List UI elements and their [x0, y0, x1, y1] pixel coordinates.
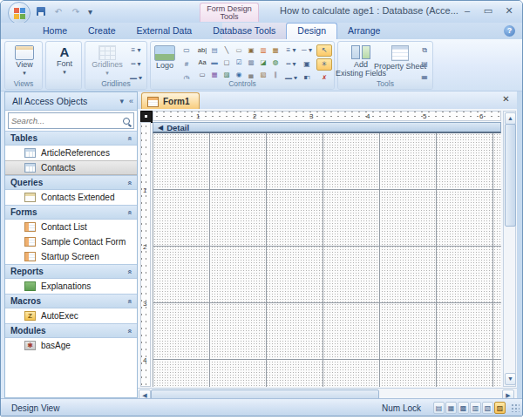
macro-icon: Z: [24, 311, 36, 321]
collapse-chevron-icon[interactable]: «: [125, 329, 133, 333]
shape-outline-icon[interactable]: ─ ▾: [299, 44, 315, 57]
gridline-style-icon[interactable]: ┅ ▾: [128, 58, 144, 71]
office-button[interactable]: [8, 2, 31, 24]
tab-control-icon[interactable]: ▣: [245, 44, 257, 57]
maximize-button[interactable]: ▭: [482, 5, 494, 17]
nav-item-autoexec[interactable]: ZAutoExec: [5, 308, 137, 323]
nav-item-articlereferences[interactable]: ArticleReferences: [5, 146, 137, 160]
navigation-sections: Tables«ArticleReferencesContactsQueries«…: [5, 131, 137, 353]
tab-external-data[interactable]: External Data: [126, 23, 203, 39]
collapse-chevron-icon[interactable]: «: [125, 136, 133, 140]
line-icon[interactable]: ╲: [221, 44, 233, 57]
vertical-scrollbar-thumb[interactable]: [505, 124, 516, 227]
chevron-down-icon: ▾: [105, 70, 109, 76]
insert-chart-icon[interactable]: ▥: [257, 44, 269, 57]
vertical-ruler[interactable]: 1234: [140, 122, 151, 387]
convert-macros-icon[interactable]: ▤: [417, 58, 432, 71]
hyperlink-icon[interactable]: ◍: [269, 57, 282, 69]
qat-customize-button[interactable]: ▾: [86, 4, 94, 18]
gridline-thickness-icon[interactable]: ≡ ▾: [128, 44, 144, 57]
property-sheet-button[interactable]: Property Sheet: [384, 44, 417, 80]
tab-form1[interactable]: Form1: [141, 92, 200, 110]
font-button[interactable]: A Font ▾: [50, 44, 79, 80]
insert-image-icon[interactable]: ◪: [257, 57, 269, 69]
form-selector-button[interactable]: [140, 111, 153, 123]
detail-section-bar[interactable]: ◀ Detail: [153, 122, 501, 133]
gridlines-button[interactable]: Gridlines ▾: [88, 44, 126, 80]
search-icon[interactable]: [123, 118, 130, 125]
scroll-up-icon[interactable]: ▲: [505, 112, 516, 125]
combo-box-icon[interactable]: ▤: [208, 44, 221, 57]
pivottable-view-button[interactable]: ▩: [458, 402, 469, 414]
tab-create[interactable]: Create: [78, 23, 126, 39]
text-box-icon[interactable]: ab|: [196, 44, 208, 57]
datasheet-view-button[interactable]: ▦: [445, 402, 457, 414]
anchor-icon[interactable]: ▣: [299, 58, 315, 71]
navigation-pane-header[interactable]: All Access Objects ▾ «: [5, 92, 137, 111]
vertical-scrollbar[interactable]: ▲ ▼: [503, 111, 516, 387]
nav-section-header-tables[interactable]: Tables«: [5, 131, 137, 146]
label-icon[interactable]: Aa: [196, 57, 208, 69]
close-button[interactable]: ✕: [503, 5, 515, 17]
collapse-chevron-icon[interactable]: «: [125, 180, 133, 185]
help-button[interactable]: ?: [504, 25, 515, 37]
line-thickness-icon[interactable]: ≡ ▾: [283, 44, 299, 57]
collapse-chevron-icon[interactable]: «: [125, 210, 133, 214]
table-icon: [24, 163, 36, 173]
nav-item-startup-screen[interactable]: Startup Screen: [5, 249, 137, 264]
application-window: ↶ ↷ ▾ Form Design Tools How to calculate…: [0, 0, 523, 417]
nav-item-contacts[interactable]: Contacts: [5, 160, 137, 175]
tab-design[interactable]: Design: [286, 23, 337, 40]
nav-item-contacts-extended[interactable]: Contacts Extended: [5, 190, 137, 205]
list-box-icon[interactable]: ▬: [208, 57, 221, 69]
font-group-label: [46, 79, 81, 89]
select-pointer-icon[interactable]: ↖: [316, 44, 332, 57]
title-icon[interactable]: ▭: [179, 44, 194, 57]
nav-section-header-modules[interactable]: Modules«: [5, 323, 137, 338]
nav-item-sample-contact-form[interactable]: Sample Contact Form: [5, 234, 137, 249]
check-box-icon[interactable]: ☑: [233, 57, 245, 69]
save-button[interactable]: [34, 4, 48, 18]
chevron-down-icon[interactable]: ▾: [119, 97, 124, 105]
window-title: How to calculate age1 : Database (Acce..…: [280, 5, 458, 16]
rectangle-icon[interactable]: ▢: [221, 57, 233, 69]
minimize-button[interactable]: –: [461, 5, 473, 17]
tab-arrange[interactable]: Arrange: [337, 23, 391, 39]
toolbox-icon[interactable]: ▦: [269, 44, 282, 57]
tab-database-tools[interactable]: Database Tools: [202, 23, 286, 39]
nav-item-explanations[interactable]: Explanations: [5, 279, 137, 294]
logo-button[interactable]: Logo: [153, 44, 177, 80]
nav-section-header-queries[interactable]: Queries«: [5, 175, 137, 190]
detail-grid[interactable]: [153, 133, 501, 387]
form-icon: [24, 237, 36, 247]
resize-grip[interactable]: [511, 403, 520, 412]
control-wizards-icon[interactable]: ✳: [316, 58, 332, 71]
page-numbers-icon[interactable]: #: [179, 58, 194, 71]
design-view-button[interactable]: ▨: [494, 402, 506, 414]
controls-grid: ab|▤╲▭▣▥▦Aa▬▢☑▩◪◍▭▦▨◉▄▧∥: [196, 44, 282, 81]
shutter-bar-close-icon[interactable]: «: [129, 97, 133, 105]
scroll-down-icon[interactable]: ▼: [505, 373, 516, 385]
nav-section-header-reports[interactable]: Reports«: [5, 264, 137, 279]
search-input[interactable]: [11, 116, 123, 125]
close-object-icon[interactable]: ✕: [500, 94, 512, 104]
collapse-chevron-icon[interactable]: «: [125, 299, 133, 303]
nav-section-header-macros[interactable]: Macros«: [5, 294, 137, 308]
collapse-chevron-icon[interactable]: «: [125, 269, 133, 274]
unbound-object-frame-icon[interactable]: ▭: [233, 44, 245, 57]
pivotchart-view-button[interactable]: ▥: [470, 402, 481, 414]
view-button[interactable]: View ▾: [10, 44, 39, 80]
layout-view-button[interactable]: ▧: [482, 402, 493, 414]
redo-button[interactable]: ↷: [69, 4, 83, 18]
undo-button[interactable]: ↶: [51, 4, 65, 18]
subform-icon[interactable]: ▩: [245, 57, 257, 69]
form-view-button[interactable]: ▤: [433, 402, 445, 414]
nav-section-header-forms[interactable]: Forms«: [5, 205, 137, 220]
line-type-icon[interactable]: ┅ ▾: [283, 58, 299, 71]
tab-home[interactable]: Home: [32, 23, 78, 39]
view-code-icon[interactable]: ⧉: [417, 44, 432, 57]
nav-item-contact-list[interactable]: Contact List: [5, 220, 137, 234]
nav-item-basage[interactable]: ✱basAge: [5, 338, 137, 353]
module-icon: ✱: [24, 341, 36, 350]
horizontal-ruler[interactable]: 123456: [153, 111, 501, 121]
